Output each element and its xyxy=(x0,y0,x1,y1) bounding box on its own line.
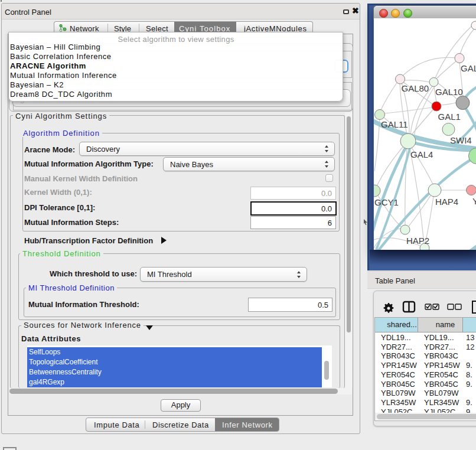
svg-text:GAL: GAL xyxy=(461,63,476,73)
svg-text:GAL11: GAL11 xyxy=(381,119,408,129)
svg-text:GAL10: GAL10 xyxy=(435,87,463,97)
svg-text:GAL1: GAL1 xyxy=(438,112,461,122)
svg-text:Y: Y xyxy=(472,196,476,206)
svg-text:HAP4: HAP4 xyxy=(435,197,458,207)
svg-text:GAL80: GAL80 xyxy=(402,83,429,93)
svg-text:GCY1: GCY1 xyxy=(374,197,399,207)
svg-text:HAP2: HAP2 xyxy=(406,236,429,246)
svg-text:GAL4: GAL4 xyxy=(410,149,433,159)
svg-text:SWI4: SWI4 xyxy=(450,135,472,145)
